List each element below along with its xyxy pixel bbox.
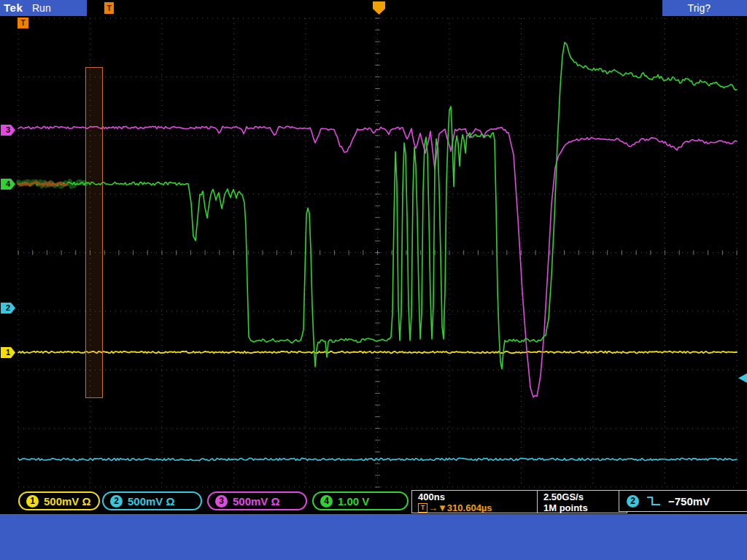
trigger-readout: 2 −750mV [619, 490, 747, 512]
oscilloscope-screen: Tek Run T Trig? T 3 4 2 1 1 500mV Ω 2 50… [0, 0, 747, 560]
waveform-ch2 [18, 458, 737, 460]
waveform-ch1 [18, 351, 737, 354]
timebase-value: 400ns [418, 491, 538, 502]
ch3-scale: 500mV Ω [233, 495, 280, 508]
soft-menu-bar: Type Edge Source 2 Coupling DC Slope [0, 514, 747, 560]
delay-t-icon: T [418, 503, 427, 513]
sample-rate: 2.50GS/s [543, 491, 621, 502]
ch1-readout: 1 500mV Ω [18, 491, 100, 510]
tek-logo: Tek [4, 1, 23, 14]
ch4-scale: 1.00 V [338, 495, 369, 508]
ch1-position-marker[interactable]: 1 [1, 347, 15, 358]
ch2-position-marker[interactable]: 2 [1, 303, 15, 314]
waveform-ch4_fuzz [18, 181, 86, 187]
trigger-level-value: −750mV [668, 495, 710, 508]
trigger-level-arrow[interactable] [738, 373, 747, 383]
ch3-position-marker[interactable]: 3 [1, 125, 15, 136]
ch4-badge: 4 [320, 495, 333, 508]
waveform-ch4 [18, 42, 737, 369]
ch1-badge: 1 [26, 495, 39, 508]
delay-readout: T →▼310.604µs [418, 502, 538, 513]
waveform-display [0, 0, 747, 560]
record-length: 1M points [543, 502, 621, 513]
ch3-readout: 3 500mV Ω [207, 491, 307, 510]
ch2-scale: 500mV Ω [128, 495, 175, 508]
acquisition-readout: 2.50GS/s 1M points [537, 490, 627, 513]
ch4-position-marker[interactable]: 4 [1, 179, 15, 190]
search-mark-region[interactable] [85, 67, 103, 398]
horizontal-readout: 400ns T →▼310.604µs [411, 490, 544, 513]
trigger-state-label: Trig? [688, 2, 711, 14]
trigger-source-badge: 2 [627, 495, 639, 508]
ch2-badge: 2 [110, 495, 123, 508]
ch1-scale: 500mV Ω [44, 495, 91, 508]
falling-slope-icon [646, 495, 662, 507]
ch4-readout: 4 1.00 V [312, 491, 409, 510]
waveform-aux_brown [18, 182, 67, 186]
trigger-source-flag: T [18, 18, 28, 28]
ch3-badge: 3 [215, 495, 228, 508]
trigger-t-marker: T [104, 2, 114, 14]
top-status-bar: Tek Run T Trig? [0, 0, 747, 16]
delay-value: →▼310.604µs [428, 502, 492, 513]
waveform-ch3 [18, 126, 737, 397]
ch2-readout: 2 500mV Ω [102, 491, 202, 510]
acquisition-status: Run [32, 2, 51, 14]
